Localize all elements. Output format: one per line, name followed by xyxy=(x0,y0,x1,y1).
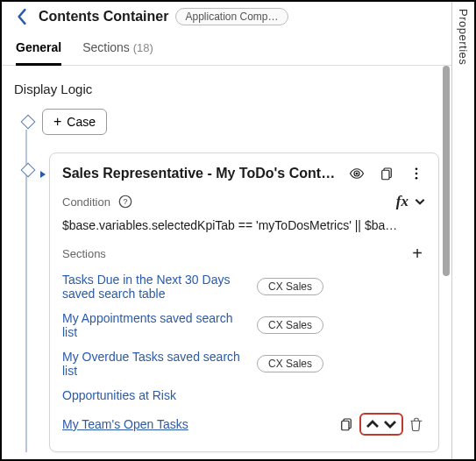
section-row[interactable]: Tasks Due in the Next 30 Days saved sear… xyxy=(62,267,426,306)
section-name: Opportunities at Risk xyxy=(62,388,176,402)
section-product-pill[interactable]: CX Sales xyxy=(257,278,323,295)
svg-point-0 xyxy=(356,173,359,175)
eye-icon[interactable] xyxy=(347,164,366,183)
section-name: Tasks Due in the Next 30 Days saved sear… xyxy=(62,273,246,301)
svg-text:?: ? xyxy=(123,197,127,206)
reorder-controls xyxy=(359,413,403,436)
plus-icon: + xyxy=(53,115,61,129)
tab-count: (18) xyxy=(133,41,153,54)
condition-expression[interactable]: $base.variables.selectedKpiTab == 'myToD… xyxy=(62,218,426,232)
sections-label: Sections xyxy=(62,247,106,260)
scrollbar[interactable] xyxy=(443,66,450,459)
case-card: Sales Representative - My ToDo's Cont… xyxy=(49,152,439,452)
scrollbar-thumb[interactable] xyxy=(443,66,450,276)
tab-label: Sections xyxy=(82,40,130,54)
help-icon[interactable]: ? xyxy=(116,192,135,211)
expand-arrow-icon[interactable] xyxy=(39,167,47,182)
section-row[interactable]: Opportunities at Risk xyxy=(62,383,426,408)
case-title: Sales Representative - My ToDo's Cont… xyxy=(62,166,337,181)
kebab-menu-icon[interactable] xyxy=(407,164,426,183)
section-row[interactable]: My Appointments saved search list CX Sal… xyxy=(62,306,426,344)
tree-node-icon xyxy=(21,115,36,130)
tab-sections[interactable]: Sections (18) xyxy=(82,35,153,65)
section-name[interactable]: My Team's Open Tasks xyxy=(62,417,188,431)
tabs: General Sections (18) xyxy=(2,26,451,66)
add-section-button[interactable]: + xyxy=(409,245,426,262)
condition-label: Condition xyxy=(62,195,110,209)
tree-node-icon xyxy=(21,163,36,178)
move-up-button[interactable] xyxy=(365,416,380,432)
svg-point-4 xyxy=(416,173,418,175)
move-down-button[interactable] xyxy=(382,416,398,432)
fx-label[interactable]: fx xyxy=(396,193,409,210)
section-name: My Overdue Tasks saved search list xyxy=(62,350,246,378)
back-chevron-icon[interactable] xyxy=(12,7,32,26)
page-title: Contents Container xyxy=(39,9,168,25)
add-case-button[interactable]: + Case xyxy=(42,109,107,135)
copy-icon[interactable] xyxy=(337,415,356,434)
svg-point-3 xyxy=(416,167,418,170)
section-product-pill[interactable]: CX Sales xyxy=(257,355,323,372)
add-case-label: Case xyxy=(67,115,96,129)
tab-label: General xyxy=(16,40,61,54)
section-name: My Appointments saved search list xyxy=(62,311,246,339)
content-scroll[interactable]: Display Logic + Case xyxy=(2,66,451,459)
section-row[interactable]: My Team's Open Tasks xyxy=(62,408,426,441)
header: Contents Container Application Comp… xyxy=(2,2,451,26)
svg-rect-9 xyxy=(342,421,349,430)
svg-rect-2 xyxy=(382,170,389,180)
svg-point-5 xyxy=(416,177,418,180)
display-logic-title: Display Logic xyxy=(14,82,439,96)
context-chip[interactable]: Application Comp… xyxy=(175,8,288,25)
section-row[interactable]: My Overdue Tasks saved search list CX Sa… xyxy=(62,344,426,383)
sections-list: Tasks Due in the Next 30 Days saved sear… xyxy=(62,267,426,441)
properties-rail[interactable]: Properties xyxy=(451,2,474,459)
copy-icon[interactable] xyxy=(377,164,396,183)
section-product-pill[interactable]: CX Sales xyxy=(257,316,323,334)
delete-icon[interactable] xyxy=(407,415,426,434)
chevron-down-icon[interactable] xyxy=(414,192,426,211)
properties-rail-label: Properties xyxy=(457,9,470,65)
tab-general[interactable]: General xyxy=(16,35,61,66)
